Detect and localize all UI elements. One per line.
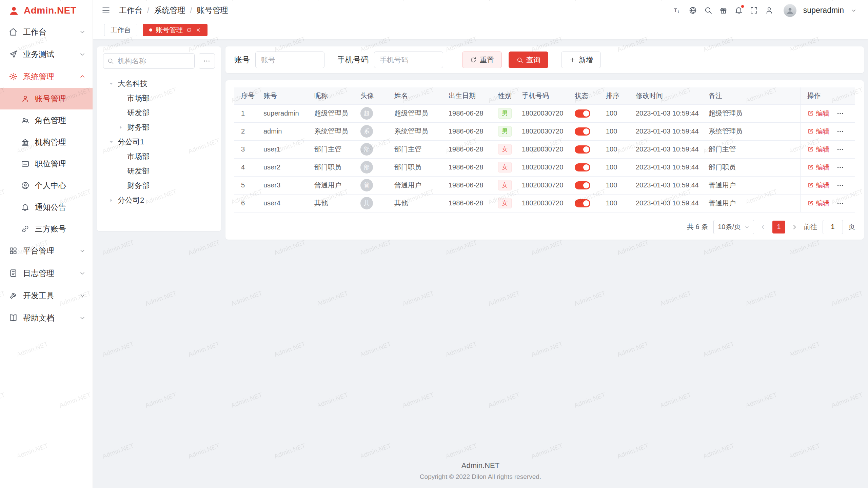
- tree-node-7[interactable]: 财务部: [103, 178, 215, 193]
- cell-modified: 2023-01-03 10:59:44: [629, 158, 702, 176]
- table-panel: 序号账号昵称头像姓名出生日期性别手机号码状态排序修改时间备注操作 1supera…: [225, 80, 864, 240]
- reset-button-label: 重置: [480, 55, 494, 65]
- goto-page-input[interactable]: [823, 220, 843, 234]
- sidebar-submenu: 账号管理角色管理机构管理职位管理个人中心通知公告三方账号: [0, 88, 93, 240]
- tab-1[interactable]: 账号管理: [143, 24, 208, 36]
- edit-button[interactable]: 编辑: [807, 109, 830, 118]
- page-size-select[interactable]: 10条/页: [713, 220, 754, 234]
- caret-down-icon: [107, 138, 115, 146]
- org-icon: [21, 138, 29, 146]
- pagination-total: 共 6 条: [687, 222, 708, 231]
- sidebar-subitem-6[interactable]: 三方账号: [0, 218, 93, 240]
- fullscreen-icon[interactable]: [750, 6, 758, 15]
- sidebar: Admin.NET 工作台业务测试系统管理账号管理角色管理机构管理职位管理个人中…: [0, 0, 93, 488]
- breadcrumb-item-1[interactable]: 系统管理: [154, 5, 185, 16]
- tree-node-1[interactable]: 市场部: [103, 91, 215, 105]
- more-actions-button[interactable]: [836, 164, 844, 171]
- more-actions-button[interactable]: [836, 110, 844, 117]
- org-panel: 大名科技市场部研发部财务部分公司1市场部研发部财务部分公司2: [97, 46, 221, 231]
- sidebar-item-6[interactable]: 帮助文档: [0, 307, 93, 329]
- cell-birthdate: 1986-06-28: [442, 158, 491, 176]
- log-icon: [9, 269, 18, 278]
- tree-node-8[interactable]: 分公司2: [103, 193, 215, 207]
- reset-button[interactable]: 重置: [462, 52, 502, 68]
- user-avatar[interactable]: [784, 4, 796, 17]
- sidebar-subitem-label: 职位管理: [35, 159, 66, 169]
- gender-badge: 女: [498, 162, 512, 172]
- edit-button[interactable]: 编辑: [807, 163, 830, 172]
- app-root: Admin.NET 工作台业务测试系统管理账号管理角色管理机构管理职位管理个人中…: [0, 0, 868, 488]
- page-number-1[interactable]: 1: [772, 221, 785, 233]
- gear-icon: [9, 72, 18, 81]
- status-toggle[interactable]: [575, 163, 590, 171]
- tab-0[interactable]: 工作台: [104, 24, 137, 36]
- breadcrumb-item-2[interactable]: 账号管理: [197, 5, 228, 16]
- add-button[interactable]: 新增: [561, 52, 601, 68]
- col-header-1: 账号: [257, 87, 308, 104]
- status-toggle[interactable]: [575, 145, 590, 154]
- more-actions-button[interactable]: [836, 128, 844, 135]
- tree-node-3[interactable]: 财务部: [103, 120, 215, 135]
- sidebar-item-label: 系统管理: [23, 72, 54, 82]
- phone-input[interactable]: [374, 52, 443, 68]
- cell-remark: 超级管理员: [702, 104, 800, 122]
- logo[interactable]: Admin.NET: [0, 0, 93, 21]
- org-more-button[interactable]: [199, 53, 215, 69]
- close-icon[interactable]: [195, 27, 201, 33]
- tree-node-6[interactable]: 研发部: [103, 164, 215, 178]
- tree-node-label: 财务部: [127, 181, 150, 191]
- sidebar-subitem-1[interactable]: 角色管理: [0, 109, 93, 131]
- search-icon[interactable]: [704, 6, 712, 15]
- notification-badge-dot: [741, 4, 745, 8]
- toggle-knob: [583, 110, 589, 117]
- status-toggle[interactable]: [575, 199, 590, 207]
- username[interactable]: superadmin: [803, 6, 844, 15]
- sidebar-item-3[interactable]: 平台管理: [0, 240, 93, 262]
- sidebar-item-4[interactable]: 日志管理: [0, 262, 93, 284]
- theme-icon[interactable]: [719, 6, 728, 15]
- breadcrumb-item-0[interactable]: 工作台: [119, 5, 142, 16]
- language-icon[interactable]: [689, 6, 697, 15]
- sidebar-item-1[interactable]: 业务测试: [0, 43, 93, 65]
- sidebar-item-2[interactable]: 系统管理: [0, 65, 93, 88]
- sidebar-subitem-0[interactable]: 账号管理: [0, 88, 93, 109]
- edit-button[interactable]: 编辑: [807, 181, 830, 190]
- refresh-icon[interactable]: [186, 27, 192, 33]
- cell-modified: 2023-01-03 10:59:44: [629, 122, 702, 140]
- hamburger-icon[interactable]: [102, 6, 110, 15]
- sidebar-subitem-3[interactable]: 职位管理: [0, 153, 93, 175]
- org-search-input[interactable]: [103, 53, 195, 69]
- status-toggle[interactable]: [575, 109, 590, 118]
- cell-nickname: 其他: [308, 194, 354, 212]
- org-search-field: [103, 53, 195, 69]
- prev-page-button[interactable]: [760, 223, 767, 231]
- bell-icon: [21, 203, 29, 211]
- tree-node-5[interactable]: 市场部: [103, 149, 215, 164]
- tree-node-4[interactable]: 分公司1: [103, 135, 215, 149]
- profile-icon[interactable]: [765, 6, 773, 15]
- search-button[interactable]: 查询: [509, 52, 548, 68]
- account-input[interactable]: [255, 52, 324, 68]
- status-toggle[interactable]: [575, 181, 590, 189]
- sidebar-subitem-2[interactable]: 机构管理: [0, 131, 93, 153]
- edit-button[interactable]: 编辑: [807, 199, 830, 208]
- tree-node-0[interactable]: 大名科技: [103, 76, 215, 91]
- edit-button[interactable]: 编辑: [807, 145, 830, 154]
- edit-button-label: 编辑: [816, 181, 830, 190]
- more-actions-button[interactable]: [836, 146, 844, 153]
- chevron-down-icon[interactable]: [851, 7, 857, 14]
- sidebar-item-0[interactable]: 工作台: [0, 21, 93, 43]
- notification-bell[interactable]: [734, 6, 743, 15]
- next-page-button[interactable]: [791, 223, 798, 231]
- sidebar-subitem-4[interactable]: 个人中心: [0, 175, 93, 196]
- tree-node-2[interactable]: 研发部: [103, 105, 215, 120]
- edit-button[interactable]: 编辑: [807, 127, 830, 136]
- font-size-icon[interactable]: Tt: [673, 6, 682, 15]
- status-toggle[interactable]: [575, 127, 590, 136]
- sidebar-subitem-5[interactable]: 通知公告: [0, 196, 93, 218]
- cell-phone: 18020030720: [515, 140, 568, 158]
- more-actions-button[interactable]: [836, 182, 844, 189]
- sidebar-item-5[interactable]: 开发工具: [0, 284, 93, 307]
- main-area: 工作台/系统管理/账号管理 Tt superadmin 工作台账号管理: [93, 0, 868, 488]
- more-actions-button[interactable]: [836, 200, 844, 207]
